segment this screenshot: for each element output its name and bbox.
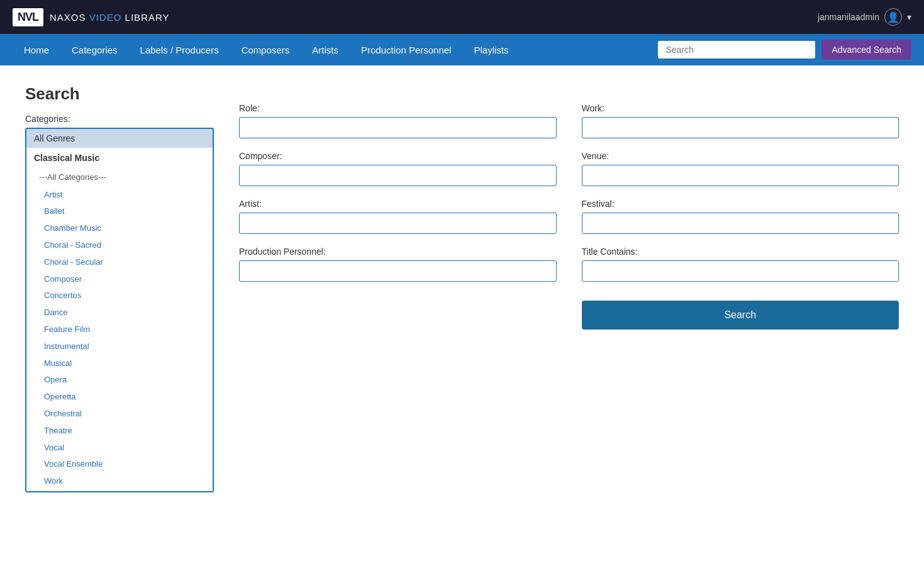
composer-label: Composer: (239, 151, 557, 161)
cat-classical-vocal[interactable]: Vocal (26, 440, 213, 457)
user-area[interactable]: janmanilaadmin 👤 ▾ (818, 8, 911, 26)
cat-classical-choral-secular[interactable]: Choral - Secular (26, 254, 213, 271)
cat-classical-work[interactable]: Work (26, 473, 213, 490)
empty-spacer (239, 294, 557, 330)
cat-classical-operetta[interactable]: Operetta (26, 389, 213, 406)
role-label: Role: (239, 103, 557, 113)
page-title: Search (25, 84, 214, 104)
nav-search-input[interactable] (658, 41, 815, 58)
composer-group: Composer: (239, 151, 557, 186)
cat-classical-dance[interactable]: Dance (26, 304, 213, 321)
artist-input[interactable] (239, 213, 557, 234)
cat-classical-theatre[interactable]: Theatre (26, 423, 213, 440)
role-input[interactable] (239, 117, 557, 138)
cat-classical-all[interactable]: ---All Categories--- (26, 169, 213, 187)
production-personnel-label: Production Personnel: (239, 247, 557, 257)
venue-label: Venue: (582, 151, 899, 161)
role-group: Role: (239, 103, 557, 138)
cat-classical-ballet[interactable]: Ballet (26, 203, 213, 220)
main-content: Search Categories: All Genres Classical … (0, 65, 924, 511)
production-personnel-input[interactable] (239, 260, 557, 282)
search-button[interactable]: Search (582, 301, 899, 330)
cat-classical-feature-film[interactable]: Feature Film (26, 321, 213, 338)
work-input[interactable] (582, 117, 899, 138)
left-panel: Search Categories: All Genres Classical … (25, 84, 214, 492)
nav-item-playlists[interactable]: Playlists (462, 34, 520, 65)
cat-classical-choral-sacred[interactable]: Choral - Sacred (26, 237, 213, 254)
cat-classical-instrumental[interactable]: Instrumental (26, 338, 213, 355)
categories-label: Categories: (25, 114, 214, 124)
title-contains-input[interactable] (582, 260, 899, 282)
username-label: janmanilaadmin (818, 12, 879, 22)
cat-classical-composer[interactable]: Composer (26, 271, 213, 288)
logo-title: NAXOS VIDEO LIBRARY (50, 12, 169, 23)
top-bar: NVL NAXOS VIDEO LIBRARY janmanilaadmin 👤… (0, 0, 924, 34)
cat-classical-musical[interactable]: Musical (26, 355, 213, 372)
title-contains-group: Title Contains: (582, 247, 899, 282)
nav-item-labels-producers[interactable]: Labels / Producers (129, 34, 230, 65)
work-label: Work: (582, 103, 899, 113)
cat-classical-artist[interactable]: Artist (26, 187, 213, 204)
cat-classical-concertos[interactable]: Concertos (26, 287, 213, 304)
cat-group-classical: Classical Music (26, 148, 213, 168)
venue-group: Venue: (582, 151, 899, 186)
categories-list[interactable]: All Genres Classical Music ---All Catego… (25, 128, 214, 492)
cat-classical-opera[interactable]: Opera (26, 372, 213, 389)
composer-input[interactable] (239, 165, 557, 186)
chevron-icon[interactable]: ▾ (907, 12, 911, 22)
festival-input[interactable] (582, 213, 899, 234)
nav-item-home[interactable]: Home (13, 34, 60, 65)
nav-item-production-personnel[interactable]: Production Personnel (350, 34, 462, 65)
production-personnel-group: Production Personnel: (239, 247, 557, 282)
nav-item-composers[interactable]: Composers (230, 34, 301, 65)
search-form: Role: Work: Composer: Venue: Artist: Fes (239, 103, 899, 330)
work-group: Work: (582, 103, 899, 138)
nav-item-categories[interactable]: Categories (60, 34, 129, 65)
artist-label: Artist: (239, 199, 557, 209)
festival-group: Festival: (582, 199, 899, 234)
search-btn-row: Search (582, 301, 899, 330)
logo-box: NVL (13, 8, 43, 26)
right-panel: Role: Work: Composer: Venue: Artist: Fes (239, 84, 899, 330)
title-contains-label: Title Contains: (582, 247, 899, 257)
advanced-search-button[interactable]: Advanced Search (821, 40, 911, 60)
cat-classical-orchestral[interactable]: Orchestral (26, 406, 213, 423)
cat-classical-chamber-music[interactable]: Chamber Music (26, 220, 213, 237)
nav-bar: Home Categories Labels / Producers Compo… (0, 34, 924, 65)
artist-group: Artist: (239, 199, 557, 234)
user-icon[interactable]: 👤 (884, 8, 902, 26)
festival-label: Festival: (582, 199, 899, 209)
venue-input[interactable] (582, 165, 899, 186)
logo-area: NVL NAXOS VIDEO LIBRARY (13, 8, 169, 26)
nav-item-artists[interactable]: Artists (301, 34, 350, 65)
nav-search-area: Advanced Search (658, 40, 911, 60)
category-all-genres[interactable]: All Genres (26, 129, 213, 148)
cat-group-dance: Dance (26, 490, 213, 492)
cat-classical-vocal-ensemble[interactable]: Vocal Ensemble (26, 456, 213, 473)
